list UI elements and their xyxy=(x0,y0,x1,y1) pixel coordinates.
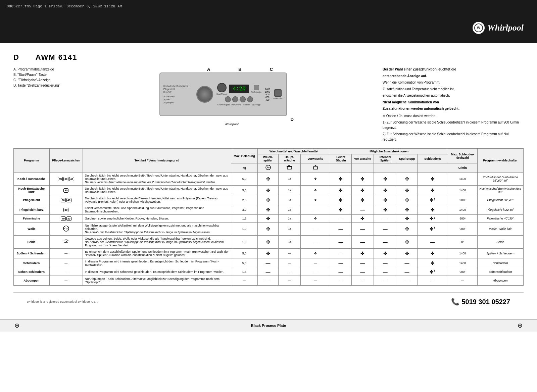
table-cell-textil: Nur filzfrei ausgerüstete Wollartikel, m… xyxy=(83,223,231,236)
table-cell: 1,0 xyxy=(231,223,257,236)
table-cell: — xyxy=(374,268,397,276)
plate-text: Black Process Plate xyxy=(251,324,286,328)
footnotes-right: ✤ Option / Ja: muss dosiert werden. 1) Z… xyxy=(383,113,524,142)
table-cell: 956040 xyxy=(49,173,83,186)
door-release-area: Türfreigabe xyxy=(251,85,261,93)
table-row: Feinwäsche4030Gardinen sowie empfindlich… xyxy=(14,215,524,223)
func-button-2[interactable] xyxy=(232,96,238,102)
table-cell: — xyxy=(49,276,83,286)
table-cell: ✤ xyxy=(397,195,417,205)
table-cell: 3,0 xyxy=(231,205,257,215)
table-cell: Feinwäsche 40°,30° xyxy=(477,215,523,223)
table-cell: 30 xyxy=(49,186,83,195)
table-cell: ✤ xyxy=(330,205,351,215)
table-cell: ✤ xyxy=(351,195,374,205)
func-button-3[interactable] xyxy=(240,96,246,102)
func-button-4[interactable] xyxy=(247,96,253,102)
machine-image-col: A B C Kochwäsche Buntwäsche Pflegeleicht… xyxy=(87,67,376,126)
table-row: Abpumpen—Nur Abpumpen - Kein Schleudern.… xyxy=(14,276,524,286)
th-haupt-icon xyxy=(278,163,300,173)
table-cell: Pflegeleicht xyxy=(14,195,50,205)
th-wahlschalter: Programm-wahlschalter xyxy=(477,149,523,173)
table-cell: — xyxy=(417,276,448,286)
table-cell: ✤ xyxy=(397,223,417,236)
th-schleudern-col: Schleudern xyxy=(417,154,448,163)
table-header-row-1: Programm Pflege-kennzeichen Textilart / … xyxy=(14,149,524,154)
table-cell-textil: Gewebe aus Leinen, Seide, Wolle oder Vis… xyxy=(83,236,231,249)
func-button-1[interactable] xyxy=(225,96,231,102)
table-cell: — xyxy=(351,205,374,215)
table-cell: — xyxy=(374,215,397,223)
label-a-marker: A xyxy=(207,67,210,72)
brand-name: Whirlpool xyxy=(487,23,524,33)
label-a: A. Programmablaufanzeige xyxy=(13,67,81,72)
whirlpool-logo: W Whirlpool xyxy=(473,22,524,34)
table-cell: — xyxy=(351,276,374,286)
main-content: D AWM 6141 A. Programmablaufanzeige B. "… xyxy=(0,46,537,316)
label-b-marker: B xyxy=(238,67,241,72)
th-beladung-kg: kg xyxy=(231,163,257,173)
right-line5: erlöschen die Anzeigelämpchen automatisc… xyxy=(383,93,524,98)
th-weich-icon xyxy=(258,163,279,173)
table-body: Koch-/ Buntwäsche956040Durchschnittlich … xyxy=(14,173,524,286)
table-cell: 1400 xyxy=(448,258,478,268)
table-cell: Pflegeleicht kurz 30° xyxy=(477,205,523,215)
start-pause-button[interactable] xyxy=(217,83,227,92)
table-cell: Koch-/ Buntwäsche xyxy=(14,173,50,186)
table-cell: — xyxy=(278,258,300,268)
table-cell: — xyxy=(330,268,351,276)
table-cell: — xyxy=(330,215,351,223)
page-footer: Whirlpool is a registered trademark of W… xyxy=(13,292,524,309)
table-cell-textil: Gardinen sowie empfindliche Kleider, Röc… xyxy=(83,215,231,223)
th-haupt: Haupt-wäsche xyxy=(278,154,300,163)
schleudern-button[interactable] xyxy=(274,89,282,97)
table-cell: 1,0 xyxy=(231,236,257,249)
table-row: Pflegeleicht kurz30Leicht verschmutzte O… xyxy=(14,205,524,215)
table-cell: Ja xyxy=(278,215,300,223)
table-cell: ✤ xyxy=(397,173,417,186)
label-d-marker: D xyxy=(291,117,294,122)
program-table: Programm Pflege-kennzeichen Textilart / … xyxy=(13,148,524,286)
table-cell: ✤ xyxy=(374,205,397,215)
phone-icon: 📞 xyxy=(451,298,459,306)
table-cell: — xyxy=(301,236,330,249)
th-intensiv-empty xyxy=(374,163,397,173)
right-info-col: Bei der Wahl einer Zusatzfunktion leucht… xyxy=(383,67,524,143)
table-cell: Kochwäsche/ Buntwäsche kurz 30° xyxy=(477,186,523,195)
table-row: Schleudern—In diesem Programm wird inten… xyxy=(14,258,524,268)
speed-scale: 1400 1000 800 600 400 xyxy=(265,88,270,101)
door-release-indicator xyxy=(254,85,259,90)
table-row: SeideGewebe aus Leinen, Seide, Wolle ode… xyxy=(14,236,524,249)
th-umin: U/min xyxy=(448,163,478,173)
table-cell: 5,0 xyxy=(231,249,257,258)
label-c: C. "Türfreigabe"-Anzeige xyxy=(13,78,81,83)
table-cell: — xyxy=(258,258,279,268)
table-cell: Ja xyxy=(278,195,300,205)
svg-text:W: W xyxy=(477,26,480,30)
table-cell: ✤ xyxy=(258,249,279,258)
table-cell: — xyxy=(374,236,397,249)
table-cell: Wolle, Wolle kalt xyxy=(477,223,523,236)
table-cell: — xyxy=(49,249,83,258)
footer-trademark: Whirlpool is a registered trademark of W… xyxy=(27,300,98,303)
th-programm: Programm xyxy=(14,149,50,173)
table-cell: ✤ xyxy=(258,236,279,249)
table-cell: ✤ xyxy=(417,258,448,268)
table-cell: 0² xyxy=(448,236,478,249)
table-cell: Ja xyxy=(278,173,300,186)
table-row: Pflegeleicht6040Durchschnittlich bis lei… xyxy=(14,195,524,205)
table-cell: Pflegeleicht 60°,40° xyxy=(477,195,523,205)
th-vor-wasche: Vor-wäsche xyxy=(351,154,374,163)
table-cell: ✤ xyxy=(351,215,374,223)
table-cell: — xyxy=(49,268,83,276)
part-number: 5019 301 05227 xyxy=(461,298,510,306)
program-dial[interactable] xyxy=(196,86,213,103)
table-cell: ✤ xyxy=(258,205,279,215)
table-cell: Ja xyxy=(278,223,300,236)
table-cell: ✤ xyxy=(301,195,330,205)
table-cell-textil: Leicht verschmutzte Ober- und Sportbekle… xyxy=(83,205,231,215)
table-cell: — xyxy=(330,276,351,286)
file-info-text: 3d05227.fm5 Page 1 Friday, December 6, 2… xyxy=(7,4,122,8)
note-1: 1) Zur Schonung der Wäsche ist die Schle… xyxy=(383,120,524,130)
th-leicht: Leicht Bügeln xyxy=(330,154,351,163)
